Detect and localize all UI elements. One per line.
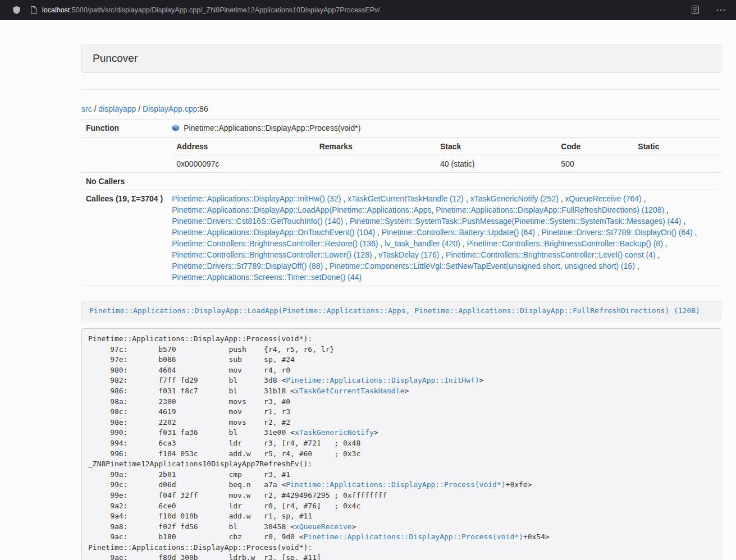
callee-separator: , [323, 261, 330, 270]
callees-label: Callees (19, Σ=3704 ) [81, 190, 167, 286]
code-symbol-link[interactable]: xTaskGenericNotify [295, 428, 374, 437]
callee-separator: , [343, 217, 350, 226]
code-symbol-link[interactable]: xTaskGetCurrentTaskHandle [295, 387, 405, 395]
breadcrumb-separator: / [92, 104, 99, 113]
highlighted-symbol-panel: Pinetime::Applications::DisplayApp::Load… [81, 301, 721, 320]
highlighted-symbol-link[interactable]: Pinetime::Applications::DisplayApp::Load… [89, 306, 700, 315]
col-code: Code [556, 138, 633, 155]
stack-value: 40 (static) [436, 155, 556, 173]
callee-link[interactable]: Pinetime::Controllers::BrightnessControl… [446, 250, 655, 259]
static-value [633, 155, 721, 173]
breadcrumb-link-file[interactable]: DisplayApp.cpp [143, 104, 197, 113]
callee-link[interactable]: xTaskGenericNotify (252) [470, 194, 559, 203]
col-stack: Stack [436, 138, 556, 155]
breadcrumb-link-src[interactable]: src [81, 104, 92, 113]
metrics-cell: Address Remarks Stack Code Static 0x0000… [167, 138, 721, 173]
callee-link[interactable]: Pinetime::Drivers::Cst816S::GetTouchInfo… [172, 217, 343, 226]
callee-link[interactable]: xTaskGetCurrentTaskHandle (12) [348, 194, 464, 203]
callee-link[interactable]: lv_task_handler (420) [385, 239, 460, 248]
callee-separator: , [464, 194, 470, 203]
callee-separator: , [375, 228, 382, 237]
no-callers-cell [167, 173, 721, 190]
function-label: Function [81, 120, 167, 138]
callee-link[interactable]: Pinetime::Drivers::St7789::DisplayOn() (… [542, 228, 693, 237]
no-callers-label: No Callers [81, 173, 167, 190]
callee-separator: , [681, 217, 685, 226]
breadcrumb: src / displayapp / DisplayApp.cpp:86 [81, 103, 721, 114]
function-row: Function Pinetime::Applications::Display… [81, 120, 721, 138]
callee-separator: , [535, 228, 542, 237]
callee-link[interactable]: Pinetime::Components::LittleVgl::SetNewT… [330, 261, 635, 270]
url-host: localhost [42, 6, 70, 14]
callee-link[interactable]: Pinetime::Applications::DisplayApp::Load… [172, 205, 664, 214]
url-bar[interactable]: localhost:5000/path/src/displayapp/Displ… [42, 6, 380, 14]
app-header-panel: Puncover [81, 44, 721, 73]
divider [81, 89, 721, 90]
disassembly-code: Pinetime::Applications::DisplayApp::Proc… [88, 334, 550, 560]
callees-row: Callees (19, Σ=3704 ) Pinetime::Applicat… [81, 190, 721, 286]
callee-link[interactable]: Pinetime::Controllers::BrightnessControl… [172, 250, 372, 259]
remarks-value [315, 155, 436, 173]
function-name-cell: Pinetime::Applications::DisplayApp::Proc… [167, 120, 721, 138]
callee-separator: , [559, 194, 565, 203]
code-size-value: 500 [556, 155, 633, 173]
empty-label-cell [81, 138, 167, 173]
page-title: Puncover [93, 52, 138, 64]
page-icon [30, 6, 37, 14]
callee-separator: , [378, 239, 385, 248]
browser-toolbar: localhost:5000/path/src/displayapp/Displ… [0, 0, 736, 20]
page-container: Puncover src / displayapp / DisplayApp.c… [81, 44, 721, 560]
callee-link[interactable]: Pinetime::Drivers::St7789::DisplayOff() … [172, 261, 323, 270]
breadcrumb-separator: / [136, 104, 143, 113]
callee-link[interactable]: Pinetime::Controllers::Battery::Update()… [382, 228, 535, 237]
callee-link[interactable]: Pinetime::Applications::DisplayApp::Init… [172, 194, 341, 203]
metrics-row: Address Remarks Stack Code Static 0x0000… [81, 138, 721, 173]
reader-view-icon[interactable] [692, 6, 699, 14]
callee-separator: , [635, 261, 639, 270]
function-name: Pinetime::Applications::DisplayApp::Proc… [184, 123, 360, 132]
callee-link[interactable]: Pinetime::Applications::Screens::Timer::… [172, 273, 362, 282]
callee-link[interactable]: vTaskDelay (176) [378, 250, 439, 259]
code-symbol-link[interactable]: xQueueReceive [295, 522, 352, 531]
col-remarks: Remarks [315, 138, 436, 155]
url-path: :5000/path/src/displayapp/DisplayApp.cpp… [70, 6, 380, 14]
callees-cell: Pinetime::Applications::DisplayApp::Init… [167, 190, 721, 286]
callee-link[interactable]: Pinetime::System::SystemTask::PushMessag… [350, 217, 682, 226]
col-static: Static [633, 138, 721, 155]
callees-list: Pinetime::Applications::DisplayApp::Init… [172, 193, 717, 283]
metrics-value-row: 0x0000097c 40 (static) 500 [172, 155, 721, 173]
no-callers-row: No Callers [81, 173, 721, 190]
callee-link[interactable]: Pinetime::Controllers::BrightnessControl… [467, 239, 662, 248]
breadcrumb-link-displayapp[interactable]: displayapp [98, 104, 136, 113]
function-type-icon [172, 123, 180, 135]
code-symbol-link[interactable]: Pinetime::Applications::DisplayApp::Proc… [304, 533, 523, 541]
code-symbol-link[interactable]: Pinetime::Applications::DisplayApp::Init… [286, 376, 479, 384]
metrics-header-row: Address Remarks Stack Code Static [172, 138, 721, 155]
callee-separator: , [693, 228, 697, 237]
metrics-table: Address Remarks Stack Code Static 0x0000… [172, 138, 721, 172]
callee-separator: , [664, 205, 669, 214]
callee-link[interactable]: Pinetime::Applications::DisplayApp::OnTo… [172, 228, 375, 237]
callee-separator: , [372, 250, 379, 259]
callee-separator: , [341, 194, 348, 203]
shield-icon[interactable] [12, 6, 21, 15]
code-symbol-link[interactable]: Pinetime::Applications::DisplayApp::Proc… [286, 480, 505, 489]
callee-link[interactable]: Pinetime::Controllers::BrightnessControl… [172, 239, 378, 248]
callee-separator: , [460, 239, 467, 248]
callee-separator: , [439, 250, 446, 259]
callee-separator: , [656, 250, 660, 259]
col-address: Address [172, 138, 314, 155]
callee-separator: , [642, 194, 646, 203]
callee-separator: , [663, 239, 668, 248]
address-value: 0x0000097c [172, 155, 314, 173]
function-table: Function Pinetime::Applications::Display… [81, 119, 721, 286]
menu-icon[interactable]: ⋯ [714, 5, 728, 15]
callee-link[interactable]: xQueueReceive (764) [565, 194, 642, 203]
breadcrumb-line-number: :86 [197, 104, 208, 113]
disassembly-block: Pinetime::Applications::DisplayApp::Proc… [81, 328, 721, 560]
